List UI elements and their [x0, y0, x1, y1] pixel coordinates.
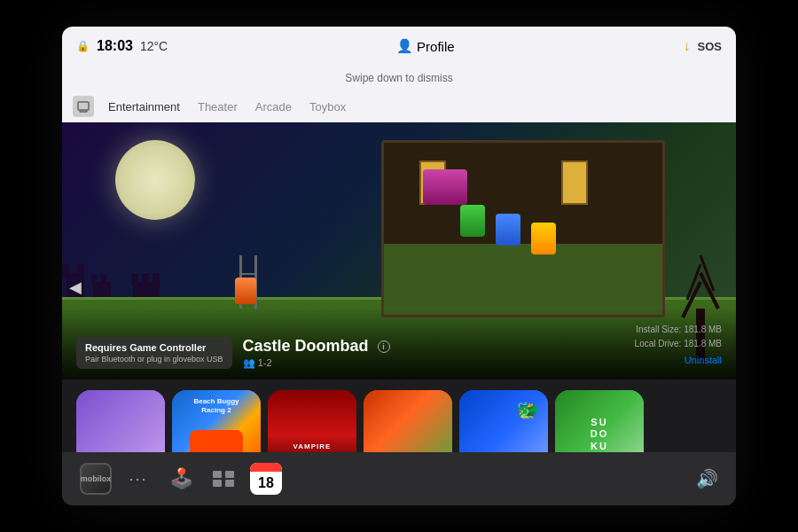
nav-arrow-left[interactable]: ◀ — [69, 278, 82, 297]
download-arrow-icon: ↓ — [684, 38, 691, 54]
requires-controller-badge: Requires Game Controller Pair Bluetooth … — [76, 337, 232, 369]
status-right: ↓ SOS — [684, 38, 722, 54]
install-size: Install Size: 181.8 MB — [635, 323, 722, 337]
local-drive-value: 181.8 MB — [684, 339, 722, 348]
install-size-value: 181.8 MB — [684, 325, 722, 334]
dock-right: 🔊 — [696, 468, 718, 489]
profile-button[interactable]: 👤 Profile — [396, 38, 455, 54]
svg-rect-12 — [131, 273, 138, 286]
svg-rect-25 — [225, 480, 234, 487]
thumb-beach-buggy[interactable]: Beach BuggyRacing 2 — [172, 390, 261, 452]
svg-rect-13 — [142, 273, 149, 286]
mobilox-icon[interactable]: mobilox — [80, 463, 112, 495]
game-title-text: Castle Doombad — [243, 337, 369, 356]
svg-rect-9 — [91, 275, 97, 286]
beach-car-icon — [190, 430, 243, 452]
controller-sub: Pair Bluetooth or plug in glovebox USB — [85, 355, 223, 364]
local-drive: Local Drive: 181.8 MB — [635, 337, 722, 351]
install-size-label: Install Size: — [636, 325, 681, 334]
dock-controller-button[interactable]: 🕹️ — [165, 463, 197, 495]
svg-rect-22 — [213, 471, 222, 478]
thumb-polytopia[interactable]: Polytopia — [364, 390, 452, 452]
dots-icon: ··· — [129, 470, 147, 489]
svg-rect-10 — [101, 275, 106, 286]
ground-character — [235, 278, 256, 304]
notification-bar[interactable]: Swipe down to dismiss — [62, 66, 736, 90]
calendar-date: 18 — [250, 472, 282, 495]
status-temp: 12°C — [140, 39, 168, 53]
dock-calendar-button[interactable]: 18 — [250, 463, 282, 495]
tab-arcade[interactable]: Arcade — [248, 97, 299, 117]
screen-container: 🔒 18:03 12°C 👤 Profile ↓ SOS Swipe down … — [62, 27, 736, 505]
game-building — [381, 140, 665, 317]
thumb-castle-doombad[interactable]: CastleDoombad — [76, 390, 165, 452]
game-players: 👥 1-2 — [243, 357, 624, 369]
thumb-mahjong[interactable]: 🐲 Mahjong — [459, 390, 548, 452]
status-left: 🔒 18:03 12°C — [76, 38, 168, 54]
tab-entertainment[interactable]: Entertainment — [101, 97, 187, 117]
bottom-dock: mobilox ··· 🕹️ 18 � — [62, 452, 736, 505]
svg-rect-23 — [225, 471, 234, 478]
tabs-bar: Entertainment Theater Arcade Toybox — [62, 90, 736, 122]
robot-yellow — [531, 223, 556, 254]
thumbnails-row: CastleDoombad Beach BuggyRacing 2 VAMPIR… — [62, 379, 736, 452]
status-bar: 🔒 18:03 12°C 👤 Profile ↓ SOS — [62, 27, 736, 66]
vampire-text: VAMPIRE SURVIVORS — [268, 442, 356, 452]
svg-rect-7 — [77, 264, 84, 278]
svg-rect-14 — [153, 273, 160, 286]
tab-theater[interactable]: Theater — [191, 97, 245, 117]
profile-icon: 👤 — [396, 38, 413, 54]
sos-label: SOS — [698, 40, 722, 53]
mobilox-label: mobilox — [81, 474, 112, 483]
uninstall-button[interactable]: Uninstall — [635, 353, 722, 369]
dock-nav-button[interactable] — [207, 463, 239, 495]
controller-icon: 🕹️ — [169, 467, 193, 490]
svg-rect-24 — [213, 480, 222, 487]
main-content: ◀ — [62, 122, 736, 452]
moon-decoration — [115, 140, 195, 220]
svg-rect-0 — [78, 102, 89, 110]
game-size-info: Install Size: 181.8 MB Local Drive: 181.… — [635, 323, 722, 369]
svg-rect-6 — [62, 264, 69, 278]
controller-title: Requires Game Controller — [85, 342, 223, 353]
thumb-sudoku[interactable]: SU DO KU — [555, 390, 644, 452]
game-title: Castle Doombad i — [243, 337, 624, 356]
profile-label: Profile — [417, 39, 455, 54]
calendar-header — [250, 463, 282, 472]
nav-grid-icon — [211, 469, 236, 489]
info-circle-icon[interactable]: i — [378, 340, 390, 353]
local-drive-label: Local Drive: — [635, 339, 682, 348]
robot-green — [460, 205, 485, 237]
status-time: 18:03 — [97, 38, 133, 54]
game-title-area: Castle Doombad i 👥 1-2 — [243, 337, 624, 369]
game-info-overlay: Requires Game Controller Pair Bluetooth … — [62, 309, 736, 379]
throne-decoration — [423, 169, 467, 205]
volume-button[interactable]: 🔊 — [696, 468, 718, 489]
swipe-hint: Swipe down to dismiss — [345, 72, 452, 84]
dock-dots-button[interactable]: ··· — [122, 463, 154, 495]
tab-toybox[interactable]: Toybox — [302, 97, 353, 117]
thumb-vampire-survivors[interactable]: VAMPIRE SURVIVORS — [268, 390, 356, 452]
robot-blue — [496, 214, 520, 246]
entertainment-icon — [73, 96, 94, 117]
game-hero: Requires Game Controller Pair Bluetooth … — [62, 122, 736, 379]
lock-icon: 🔒 — [76, 40, 90, 52]
dock-left: mobilox ··· 🕹️ 18 — [80, 463, 282, 495]
